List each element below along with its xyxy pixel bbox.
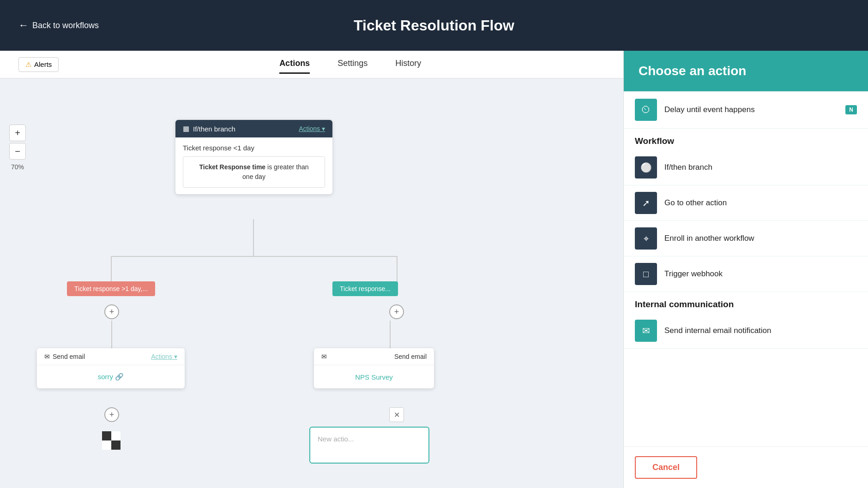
connector-left-v — [111, 256, 112, 284]
top-bar: ← Back to workflows Ticket Resolution Fl… — [0, 0, 868, 51]
panel-header: Choose an action — [624, 51, 868, 91]
goto-icon-box: ➚ — [635, 192, 657, 214]
connector-1 — [253, 219, 254, 256]
connector-email-left — [111, 321, 112, 348]
branch-icon: ▦ — [183, 125, 189, 133]
email-card-1[interactable]: ✉ Send email Actions ▾ sorry 🔗 — [37, 348, 185, 388]
action-item-internal-email[interactable]: ✉ Send internal email notification — [624, 313, 868, 349]
email-card-2-title: Send email — [394, 353, 427, 360]
teal-branch-tag: Ticket response... — [332, 281, 398, 296]
close-button[interactable]: ✕ — [389, 407, 404, 422]
email-card-1-header: ✉ Send email Actions ▾ — [37, 348, 185, 365]
connector-email-right — [390, 321, 391, 348]
email-icon-1: ✉ — [44, 353, 50, 360]
webhook-icon-box: □ — [635, 263, 657, 285]
branch-actions-dropdown[interactable]: Actions ▾ — [299, 125, 325, 132]
email-icon-2: ✉ — [321, 353, 327, 360]
zoom-out-button[interactable]: − — [9, 143, 26, 160]
email-card-2-body: NPS Survey — [314, 365, 434, 388]
alerts-button[interactable]: ⚠ Alerts — [18, 57, 59, 72]
email-link-2[interactable]: NPS Survey — [355, 373, 393, 381]
email-card-2-header: ✉ Send email — [314, 348, 434, 365]
webhook-label: Trigger webhook — [664, 269, 723, 279]
page-title: Ticket Resolution Flow — [354, 17, 514, 34]
cancel-button[interactable]: Cancel — [635, 456, 697, 479]
branch-card-header: ▦ If/then branch Actions ▾ — [175, 120, 332, 137]
zoom-controls: + − 70% — [9, 125, 26, 171]
branch-card-body: Ticket response <1 day Ticket Response t… — [175, 137, 332, 194]
internal-email-icon-box: ✉ — [635, 320, 657, 342]
zoom-in-button[interactable]: + — [9, 125, 26, 141]
connector-right-v — [397, 256, 398, 284]
enroll-icon-box: ⌖ — [635, 227, 657, 250]
delay-icon-box: ⏲ — [635, 99, 657, 121]
add-action-left-button[interactable]: + — [104, 304, 119, 319]
main-area: ⚠ Alerts Actions Settings History + − 70… — [0, 51, 868, 488]
action-list: ⏲ Delay until event happens N Workflow ⚪… — [624, 91, 868, 446]
condition-operator: is greater than — [267, 163, 309, 171]
goto-label: Go to other action — [664, 198, 727, 208]
tab-settings[interactable]: Settings — [338, 59, 368, 70]
branch-card[interactable]: ▦ If/then branch Actions ▾ Ticket respon… — [175, 120, 332, 194]
delay-icon: ⏲ — [641, 104, 651, 116]
condition-value: one day — [242, 173, 265, 180]
delay-label: Delay until event happens — [664, 105, 755, 114]
internal-email-icon: ✉ — [642, 325, 650, 336]
panel-footer: Cancel — [624, 446, 868, 488]
back-arrow-icon: ← — [18, 19, 29, 31]
internal-email-label: Send internal email notification — [664, 326, 772, 335]
email-card-1-title: Send email — [53, 353, 85, 360]
enroll-label: Enroll in another workflow — [664, 234, 754, 243]
goto-icon: ➚ — [642, 197, 650, 208]
email-link-1[interactable]: sorry 🔗 — [98, 373, 124, 381]
branch-title: If/then branch — [193, 125, 299, 133]
tabs-bar: ⚠ Alerts Actions Settings History — [0, 51, 623, 78]
ifthen-icon-box: ⚪ — [635, 156, 657, 179]
workflow-section-header: Workflow — [624, 129, 868, 150]
connector-h — [111, 256, 397, 257]
panel-title: Choose an action — [639, 64, 746, 78]
red-branch-tag: Ticket response >1 day,... — [67, 281, 155, 296]
action-item-webhook[interactable]: □ Trigger webhook — [624, 256, 868, 292]
internal-comm-section-header: Internal communication — [624, 292, 868, 313]
right-panel: Choose an action ⏲ Delay until event hap… — [623, 51, 868, 488]
email-card-1-actions[interactable]: Actions ▾ — [151, 353, 177, 360]
action-item-goto[interactable]: ➚ Go to other action — [624, 185, 868, 221]
workflow-area: ⚠ Alerts Actions Settings History + − 70… — [0, 51, 623, 488]
email-card-2[interactable]: ✉ Send email NPS Survey — [314, 348, 434, 388]
alert-icon: ⚠ — [25, 60, 31, 69]
ifthen-icon: ⚪ — [640, 162, 652, 173]
tab-history[interactable]: History — [395, 59, 421, 70]
condition-field: Ticket Response time — [199, 163, 265, 171]
tab-actions[interactable]: Actions — [279, 59, 310, 70]
add-below-email1-button[interactable]: + — [104, 407, 119, 422]
new-action-box[interactable]: New actio... — [309, 427, 429, 464]
new-badge: N — [845, 105, 857, 114]
action-item-ifthen[interactable]: ⚪ If/then branch — [624, 150, 868, 185]
alerts-label: Alerts — [34, 60, 52, 68]
workflow-canvas: ▦ If/then branch Actions ▾ Ticket respon… — [37, 111, 623, 488]
checkerboard-icon — [102, 431, 121, 450]
enroll-icon: ⌖ — [644, 233, 649, 244]
add-action-right-button[interactable]: + — [389, 304, 404, 319]
branch-label: Ticket response <1 day — [183, 144, 325, 152]
zoom-level: 70% — [11, 163, 24, 171]
action-item-enroll[interactable]: ⌖ Enroll in another workflow — [624, 221, 868, 256]
webhook-icon: □ — [643, 269, 649, 280]
new-action-label: New actio... — [318, 435, 354, 443]
back-label: Back to workflows — [32, 21, 99, 30]
delay-item[interactable]: ⏲ Delay until event happens N — [624, 91, 868, 129]
back-to-workflows-link[interactable]: ← Back to workflows — [18, 19, 99, 31]
branch-condition: Ticket Response time is greater than one… — [183, 156, 325, 188]
email-card-1-body: sorry 🔗 — [37, 365, 185, 388]
ifthen-label: If/then branch — [664, 163, 712, 172]
